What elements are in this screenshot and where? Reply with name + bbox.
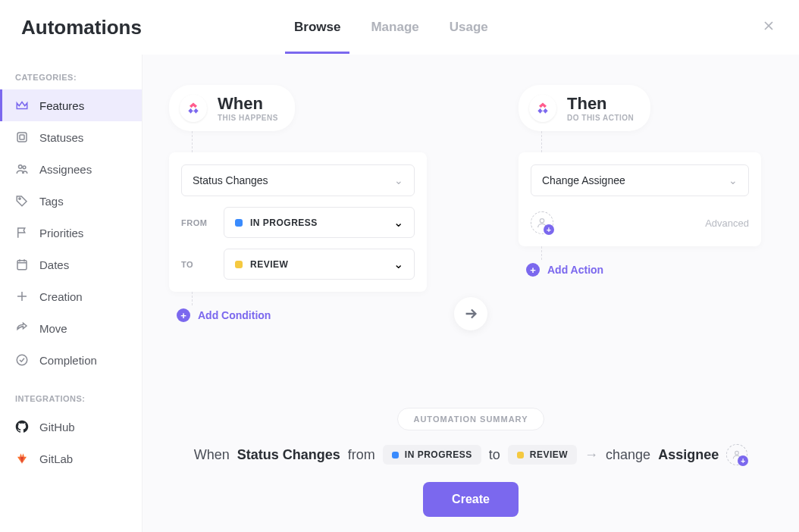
then-column: Then DO THIS ACTION Change Assignee ⌄ + bbox=[519, 85, 761, 325]
sidebar-item-label: GitLab bbox=[39, 452, 73, 465]
flag-icon bbox=[15, 226, 29, 239]
summary-line: When Status Changes from IN PROGRESS to … bbox=[165, 444, 776, 465]
sidebar-item-label: GitHub bbox=[39, 421, 75, 433]
sidebar-item-label: Assignees bbox=[39, 163, 92, 176]
action-select[interactable]: Change Assignee ⌄ bbox=[531, 164, 749, 196]
add-condition-button[interactable]: + Add Condition bbox=[177, 305, 427, 325]
plus-circle-icon: + bbox=[526, 263, 540, 277]
from-label: FROM bbox=[181, 218, 212, 227]
chevron-down-icon: ⌄ bbox=[393, 215, 403, 230]
sidebar-item-label: Completion bbox=[39, 354, 97, 367]
share-icon bbox=[15, 321, 29, 335]
gitlab-icon bbox=[15, 452, 29, 465]
tab-browse[interactable]: Browse bbox=[294, 1, 340, 54]
sidebar-item-label: Features bbox=[39, 99, 84, 112]
summary-section: AUTOMATION SUMMARY When Status Changes f… bbox=[165, 408, 776, 517]
when-subtitle: THIS HAPPENS bbox=[218, 114, 278, 122]
users-icon bbox=[15, 162, 29, 176]
when-header: When THIS HAPPENS bbox=[169, 85, 295, 131]
chevron-down-icon: ⌄ bbox=[394, 174, 403, 186]
status-dot-review bbox=[517, 452, 524, 458]
close-button[interactable] bbox=[761, 18, 776, 36]
sidebar-section-categories: CATEGORIES: bbox=[0, 70, 142, 89]
add-action-button[interactable]: + Add Action bbox=[526, 260, 761, 280]
sidebar-item-move[interactable]: Move bbox=[0, 312, 142, 344]
svg-point-7 bbox=[540, 219, 544, 223]
sidebar-item-assignees[interactable]: Assignees bbox=[0, 153, 142, 185]
sidebar-item-completion[interactable]: Completion bbox=[0, 344, 142, 376]
sidebar-item-label: Move bbox=[39, 322, 67, 335]
status-dot-review bbox=[235, 261, 243, 268]
summary-assignee-picker[interactable]: + bbox=[726, 444, 747, 465]
content-area: When THIS HAPPENS Status Changes ⌄ FROM bbox=[143, 55, 799, 532]
summary-assignee: Assignee bbox=[658, 447, 719, 463]
chevron-down-icon: ⌄ bbox=[393, 257, 403, 271]
svg-point-2 bbox=[19, 165, 23, 169]
arrow-right-icon: → bbox=[584, 447, 598, 463]
summary-from-value: IN PROGRESS bbox=[405, 449, 472, 460]
to-status-select[interactable]: REVIEW ⌄ bbox=[224, 249, 415, 280]
plus-circle-icon: + bbox=[177, 308, 190, 322]
sidebar-item-features[interactable]: Features bbox=[0, 89, 142, 121]
svg-point-6 bbox=[17, 355, 27, 365]
sidebar-item-creation[interactable]: Creation bbox=[0, 280, 142, 312]
svg-point-8 bbox=[735, 451, 739, 455]
tab-usage[interactable]: Usage bbox=[450, 1, 488, 54]
clickup-logo-icon bbox=[529, 95, 556, 122]
tabs: Browse Manage Usage bbox=[294, 1, 488, 54]
github-icon bbox=[15, 420, 29, 433]
sidebar-item-label: Tags bbox=[39, 195, 64, 208]
calendar-icon bbox=[15, 258, 29, 271]
when-column: When THIS HAPPENS Status Changes ⌄ FROM bbox=[169, 85, 427, 325]
summary-to-value: REVIEW bbox=[530, 449, 568, 460]
summary-to: to bbox=[489, 447, 500, 463]
sidebar: CATEGORIES: Features Statuses Assignees … bbox=[0, 55, 143, 532]
sidebar-item-label: Dates bbox=[39, 258, 69, 271]
summary-chip-to: REVIEW bbox=[508, 445, 577, 465]
summary-when: When bbox=[194, 447, 230, 463]
assignee-picker[interactable]: + bbox=[531, 211, 553, 234]
sidebar-item-github[interactable]: GitHub bbox=[0, 411, 142, 443]
page-title: Automations bbox=[21, 16, 142, 39]
svg-rect-1 bbox=[20, 135, 24, 139]
summary-from: from bbox=[348, 447, 375, 463]
sidebar-item-tags[interactable]: Tags bbox=[0, 185, 142, 217]
crown-icon bbox=[15, 99, 29, 112]
sidebar-item-gitlab[interactable]: GitLab bbox=[0, 443, 142, 474]
svg-rect-5 bbox=[17, 261, 27, 270]
action-value: Change Assignee bbox=[542, 174, 625, 186]
tab-manage[interactable]: Manage bbox=[371, 1, 418, 54]
tag-icon bbox=[15, 194, 29, 208]
summary-badge: AUTOMATION SUMMARY bbox=[397, 408, 544, 430]
to-status-value: REVIEW bbox=[250, 259, 288, 270]
header: Automations Browse Manage Usage bbox=[0, 0, 799, 55]
arrow-right-icon bbox=[462, 305, 479, 322]
svg-point-4 bbox=[19, 198, 20, 199]
from-status-select[interactable]: IN PROGRESS ⌄ bbox=[224, 207, 415, 238]
advanced-link[interactable]: Advanced bbox=[705, 217, 749, 229]
sidebar-item-label: Priorities bbox=[39, 227, 83, 239]
sidebar-item-statuses[interactable]: Statuses bbox=[0, 121, 142, 153]
create-button[interactable]: Create bbox=[423, 482, 519, 517]
sidebar-item-priorities[interactable]: Priorities bbox=[0, 217, 142, 249]
flow-arrow bbox=[454, 297, 487, 330]
trigger-value: Status Changes bbox=[193, 174, 268, 186]
add-condition-label: Add Condition bbox=[198, 309, 271, 321]
check-circle-icon bbox=[15, 353, 29, 367]
then-title: Then bbox=[567, 94, 634, 114]
when-card: Status Changes ⌄ FROM IN PROGRESS ⌄ bbox=[169, 152, 427, 292]
status-dot-in-progress bbox=[392, 452, 399, 458]
sidebar-item-label: Statuses bbox=[39, 131, 83, 144]
summary-status-changes: Status Changes bbox=[237, 447, 340, 463]
sidebar-item-dates[interactable]: Dates bbox=[0, 249, 142, 280]
svg-point-3 bbox=[23, 166, 26, 169]
add-action-label: Add Action bbox=[547, 264, 603, 276]
status-dot-in-progress bbox=[235, 219, 243, 227]
clickup-logo-icon bbox=[180, 95, 207, 122]
summary-chip-from: IN PROGRESS bbox=[383, 445, 481, 465]
from-status-value: IN PROGRESS bbox=[250, 217, 318, 228]
sidebar-section-integrations: INTEGRATIONS: bbox=[0, 391, 142, 411]
svg-rect-0 bbox=[17, 133, 27, 142]
summary-change: change bbox=[606, 447, 650, 463]
trigger-select[interactable]: Status Changes ⌄ bbox=[181, 164, 415, 196]
